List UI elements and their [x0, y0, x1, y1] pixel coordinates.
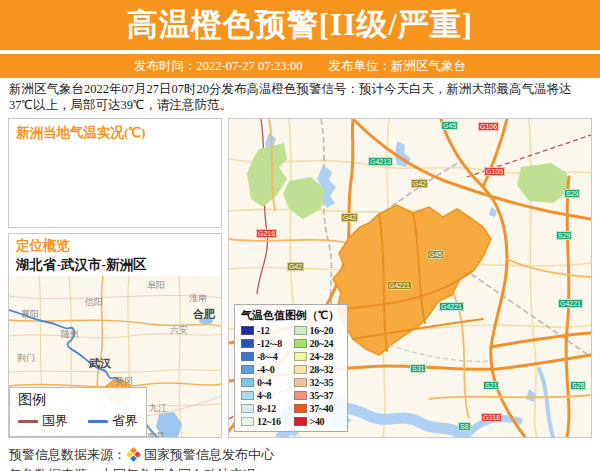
temp-color-swatch — [294, 391, 307, 400]
weather-source-label: 气象数据来源： — [9, 467, 100, 471]
temp-color-swatch — [241, 378, 254, 387]
temp-legend-label: 20~24 — [310, 338, 334, 349]
warning-source-value: 国家预警信息发布中心 — [144, 447, 274, 462]
temperature-legend: 气温色值图例（℃） -12-12~-8-8~-4-4~00~44~88~1212… — [234, 304, 348, 432]
temp-legend-label: 4~8 — [257, 390, 271, 401]
temp-legend-label: >40 — [310, 416, 325, 427]
temp-legend-label: 0~4 — [257, 377, 271, 388]
location-panel-title: 定位概览 — [16, 237, 214, 255]
boundary-line-swatch — [18, 420, 38, 423]
local-temp-panel-title: 新洲当地气温实况(℃) — [16, 124, 214, 142]
road-badge: G4221 — [439, 302, 464, 311]
publish-time-value: 2022-07-27 07:23:00 — [197, 59, 303, 74]
road-badge: G42 — [341, 213, 358, 222]
temp-color-swatch — [294, 326, 307, 335]
boundary-line-swatch — [88, 420, 108, 423]
location-overview-panel: 定位概览 湖北省-武汉市-新洲区 — [8, 233, 222, 438]
boundary-legend: 图例 国界省界 — [9, 387, 147, 437]
temp-color-swatch — [241, 365, 254, 374]
map-city-label: 随州 — [61, 328, 79, 341]
temp-color-swatch — [294, 417, 307, 426]
map-city-label: 信阳 — [85, 296, 103, 309]
mini-map-canvas: 襄阳随州信阳阜阳淮南合肥六安荆门武汉黄冈咸宁九江南昌 图例 国界省界 — [9, 276, 221, 437]
map-city-label: 淮南 — [189, 292, 207, 305]
map-city-label: 荆门 — [17, 352, 35, 365]
temp-legend-label: 12~16 — [257, 416, 281, 427]
road-badge: G106 — [478, 122, 499, 131]
temp-legend-item: -12~-8 — [241, 338, 289, 349]
temp-color-swatch — [294, 365, 307, 374]
temp-legend-item: 24~28 — [294, 351, 342, 362]
road-badge: S28 — [570, 381, 586, 390]
temp-color-swatch — [241, 391, 254, 400]
temp-legend-label: 8~12 — [257, 403, 276, 414]
road-badge: G105 — [484, 167, 505, 176]
boundary-legend-item: 省界 — [88, 412, 138, 430]
temp-legend-item: 8~12 — [241, 403, 289, 414]
temp-legend-label: -8~-4 — [257, 351, 277, 362]
temp-legend-item: 16~20 — [294, 325, 342, 336]
road-badge: S29 — [564, 189, 580, 198]
temp-legend-label: -4~0 — [257, 364, 274, 375]
warning-title-bar: 高温橙色预警[II级/严重] — [0, 0, 600, 50]
temp-color-swatch — [241, 417, 254, 426]
temp-color-swatch — [241, 404, 254, 413]
temp-legend-label: 16~20 — [310, 325, 334, 336]
nwc-diamond-logo-icon — [126, 447, 141, 462]
temp-color-swatch — [241, 326, 254, 335]
location-panel-head: 定位概览 湖北省-武汉市-新洲区 — [9, 234, 221, 276]
road-badge: G4221 — [387, 281, 412, 290]
temp-color-swatch — [294, 378, 307, 387]
temp-legend-item: 35~37 — [294, 390, 342, 401]
map-city-label: 六安 — [170, 324, 188, 337]
weather-source-value: 中国气象局全国自动站实况 — [100, 467, 256, 471]
warning-source-label: 预警信息数据来源： — [9, 447, 126, 462]
publish-unit-label: 发布单位： — [328, 58, 391, 75]
temp-legend-item: -12 — [241, 325, 289, 336]
temp-legend-item: -4~0 — [241, 364, 289, 375]
page-title: 高温橙色预警[II级/严重] — [127, 4, 473, 46]
temp-color-swatch — [294, 339, 307, 348]
temp-legend-items: -12-12~-8-8~-4-4~00~44~88~1212~1616~2020… — [241, 325, 341, 427]
temp-legend-label: 37~40 — [310, 403, 334, 414]
temp-legend-item: -8~-4 — [241, 351, 289, 362]
boundary-legend-title: 图例 — [18, 391, 138, 409]
road-badge: G4221 — [558, 299, 583, 308]
temp-legend-label: 28~32 — [310, 364, 334, 375]
map-city-label: 襄阳 — [21, 308, 39, 321]
temp-color-swatch — [294, 352, 307, 361]
temp-color-swatch — [241, 339, 254, 348]
temp-legend-item: 20~24 — [294, 338, 342, 349]
content-row: 新洲当地气温实况(℃) 定位概览 湖北省-武汉市-新洲区 — [8, 118, 592, 438]
temp-legend-label: -12~-8 — [257, 338, 282, 349]
map-city-label: 合肥 — [193, 307, 215, 322]
temp-legend-item: 37~40 — [294, 403, 342, 414]
location-breadcrumb: 湖北省-武汉市-新洲区 — [16, 256, 214, 274]
temp-legend-item: 0~4 — [241, 377, 289, 388]
footer-line-2: 气象数据来源：中国气象局全国自动站实况 — [9, 465, 600, 471]
boundary-legend-item: 国界 — [18, 412, 68, 430]
footer-line-1: 预警信息数据来源：国家预警信息发布中心 — [9, 445, 600, 465]
road-badge: G42 — [411, 179, 428, 188]
publish-time-label: 发布时间： — [134, 58, 197, 75]
temp-legend-label: 24~28 — [310, 351, 334, 362]
road-badge: S31 — [410, 364, 426, 373]
publish-meta-bar: 发布时间：2022-07-27 07:23:00发布单位：新洲区气象台 — [0, 54, 600, 78]
warning-description: 新洲区气象台2022年07月27日07时20分发布高温橙色预警信号：预计今天白天… — [0, 78, 600, 116]
temp-legend-item: 32~35 — [294, 377, 342, 388]
map-city-label: 南昌 — [147, 430, 165, 437]
temp-legend-item: >40 — [294, 416, 342, 427]
left-column: 新洲当地气温实况(℃) 定位概览 湖北省-武汉市-新洲区 — [8, 118, 222, 438]
footer: 预警信息数据来源：国家预警信息发布中心 气象数据来源：中国气象局全国自动站实况 — [0, 438, 600, 471]
map-city-label: 九江 — [149, 402, 167, 415]
road-badge: S29 — [556, 231, 572, 240]
temp-legend-item: 4~8 — [241, 390, 289, 401]
temp-legend-item: 12~16 — [241, 416, 289, 427]
temp-color-swatch — [294, 404, 307, 413]
road-badge: G45 — [427, 250, 444, 259]
temp-color-swatch — [241, 352, 254, 361]
boundary-legend-label: 省界 — [112, 412, 138, 430]
road-badge: S21 — [483, 381, 499, 390]
temp-legend-label: -12 — [257, 325, 269, 336]
temp-legend-label: 32~35 — [310, 377, 334, 388]
